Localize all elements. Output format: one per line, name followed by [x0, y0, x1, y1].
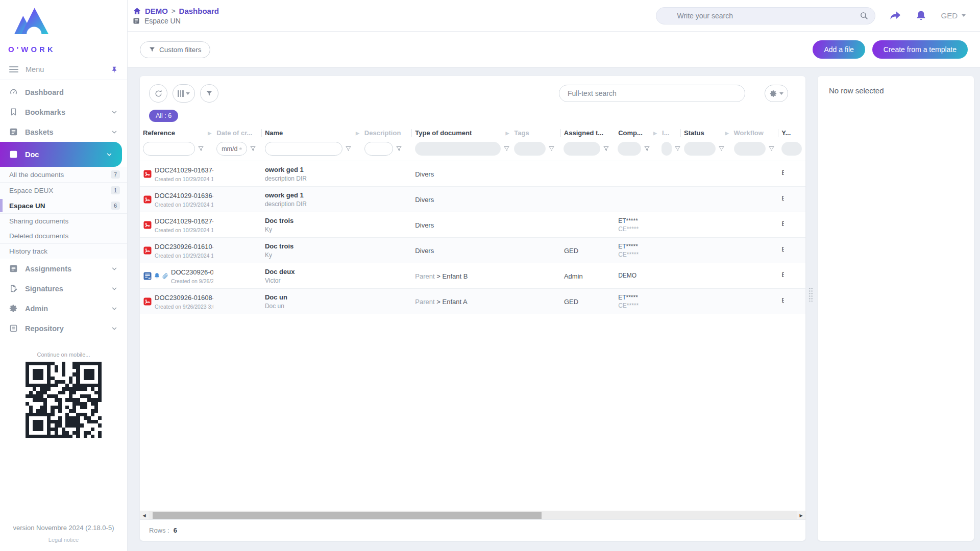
user-menu[interactable]: GED	[941, 11, 972, 20]
funnel-icon[interactable]	[603, 145, 609, 152]
paperclip-icon	[162, 272, 168, 279]
scroll-left-arrow[interactable]: ◀	[140, 511, 149, 519]
sidebar-item-doc[interactable]: Doc	[0, 142, 122, 167]
global-search-input[interactable]	[656, 7, 875, 24]
sidebar-item-history-track[interactable]: History track	[0, 244, 127, 259]
sidebar-item-dashboard[interactable]: Dashboard	[0, 82, 127, 102]
sidebar-item-signatures[interactable]: Signatures	[0, 279, 127, 298]
word-file-icon	[143, 271, 152, 281]
notifications-button[interactable]	[915, 10, 927, 21]
search-icon[interactable]	[860, 11, 868, 20]
panel-resize-handle[interactable]	[808, 287, 813, 302]
column-header-y[interactable]: Y...	[778, 129, 805, 137]
sidebar-item-deleted-documents[interactable]: Deleted documents	[0, 229, 127, 244]
document-reference: DOC241029-01637-0	[155, 166, 213, 174]
table-row[interactable]: DOC230926-01610-3Created on 10/29/2024 1…	[140, 237, 805, 263]
breadcrumb-current[interactable]: Dashboard	[179, 7, 219, 15]
filter-button[interactable]	[200, 84, 218, 103]
pin-icon[interactable]	[111, 66, 118, 73]
sidebar-item-label: Repository	[25, 324, 64, 333]
sidebar-item-label: Doc	[25, 151, 39, 159]
sidebar-item-espace-un[interactable]: Espace UN 6	[0, 198, 127, 214]
top-header: DEMO > Dashboard Espace UN GED	[128, 0, 980, 32]
created-date: Created on 9/26/2023 3:08:43 AM	[155, 304, 213, 310]
funnel-icon[interactable]	[345, 145, 352, 152]
table-row[interactable]: DOC241029-01627-0Created on 10/29/2024 1…	[140, 212, 805, 237]
sort-icon[interactable]: ▶	[505, 131, 509, 136]
funnel-icon[interactable]	[198, 145, 204, 152]
rows-count: 6	[174, 527, 177, 534]
fulltext-search-input[interactable]	[559, 85, 745, 102]
column-header-company[interactable]: Comp...▶	[615, 129, 659, 137]
funnel-icon[interactable]	[718, 145, 725, 152]
create-from-template-button[interactable]: Create from a template	[872, 40, 968, 59]
sidebar-item-espace-deux[interactable]: Espace DEUX 1	[0, 183, 127, 198]
horizontal-scrollbar[interactable]: ◀ ▶	[140, 511, 805, 519]
sidebar-item-label: Baskets	[25, 128, 54, 136]
column-header-status[interactable]: Status▶	[681, 129, 731, 137]
table-settings-button[interactable]	[765, 85, 788, 102]
scroll-right-arrow[interactable]: ▶	[797, 511, 805, 519]
sidebar-item-bookmarks[interactable]: Bookmarks	[0, 102, 127, 122]
legal-notice-link[interactable]: Legal notice	[0, 537, 127, 543]
refresh-button[interactable]	[149, 84, 167, 103]
column-header-i[interactable]: I...	[659, 129, 681, 137]
filter-input-name[interactable]	[265, 142, 342, 156]
column-header-workflow[interactable]: Workflow	[731, 129, 779, 137]
sidebar-item-baskets[interactable]: Baskets	[0, 122, 127, 142]
share-icon	[889, 10, 901, 22]
home-icon[interactable]	[133, 7, 141, 15]
table-row[interactable]: DOC230926-01608-0Created on 9/26/2023 3:…	[140, 288, 805, 314]
sidebar-item-assignments[interactable]: Assignments	[0, 259, 127, 279]
sort-icon[interactable]: ▶	[356, 131, 359, 136]
column-header-assigned[interactable]: Assigned t...	[561, 129, 615, 137]
sort-icon[interactable]: ▶	[208, 131, 211, 136]
content-area: All : 6 Reference▶ Date of cr... Name▶ D…	[128, 68, 980, 551]
funnel-icon[interactable]	[548, 145, 555, 152]
chevron-down-icon	[779, 92, 783, 95]
column-header-tags[interactable]: Tags	[511, 129, 561, 137]
scrollbar-track[interactable]	[149, 511, 797, 519]
sub-item-label: Espace DEUX	[9, 187, 53, 194]
document-description: description DIR	[265, 175, 361, 182]
filter-input-description[interactable]	[364, 142, 393, 156]
table-row[interactable]: DOC241029-01636-0Created on 10/29/2024 1…	[140, 186, 805, 212]
filter-input-date[interactable]: mm/d	[216, 142, 247, 156]
sidebar-item-sharing-documents[interactable]: Sharing documents	[0, 214, 127, 229]
column-header-name[interactable]: Name▶	[262, 129, 361, 137]
gear-icon	[770, 90, 777, 97]
sidebar-item-all-documents[interactable]: All the documents 7	[0, 167, 127, 183]
table-row[interactable]: DOC241029-01637-0Created on 10/29/2024 1…	[140, 161, 805, 186]
sort-icon[interactable]: ▶	[653, 131, 657, 136]
funnel-icon[interactable]	[503, 145, 510, 152]
funnel-icon[interactable]	[674, 145, 681, 152]
funnel-icon	[205, 89, 213, 97]
column-header-type[interactable]: Type of document▶	[412, 129, 511, 137]
breadcrumb-root[interactable]: DEMO	[145, 7, 168, 15]
filter-input-reference[interactable]	[143, 142, 195, 156]
share-button[interactable]	[889, 10, 901, 22]
logo-mountain-icon	[8, 6, 52, 44]
add-file-button[interactable]: Add a file	[813, 40, 865, 59]
filter-input-i	[662, 142, 672, 156]
column-header-description[interactable]: Description	[361, 129, 412, 137]
funnel-icon[interactable]	[768, 145, 775, 152]
funnel-icon[interactable]	[250, 145, 256, 152]
sidebar-item-admin[interactable]: Admin	[0, 298, 127, 318]
funnel-icon[interactable]	[644, 145, 650, 152]
menu-label: Menu	[26, 65, 44, 73]
filter-input-workflow	[734, 142, 766, 156]
funnel-icon[interactable]	[396, 145, 402, 152]
scrollbar-thumb[interactable]	[153, 512, 542, 519]
table-row[interactable]: DOC230926-01609-0Created on 9/26/2023 3:…	[140, 263, 805, 288]
book-icon	[9, 128, 18, 136]
all-filter-badge[interactable]: All : 6	[149, 110, 178, 122]
sort-icon[interactable]: ▶	[725, 131, 729, 136]
columns-button[interactable]	[173, 84, 195, 103]
custom-filters-button[interactable]: Custom filters	[140, 41, 210, 58]
sidebar-menu-toggle[interactable]: Menu	[0, 59, 127, 80]
calendar-icon[interactable]	[239, 146, 242, 152]
column-header-date[interactable]: Date of cr...	[213, 129, 262, 137]
sidebar-item-repository[interactable]: Repository	[0, 318, 127, 338]
column-header-reference[interactable]: Reference▶	[140, 129, 213, 137]
